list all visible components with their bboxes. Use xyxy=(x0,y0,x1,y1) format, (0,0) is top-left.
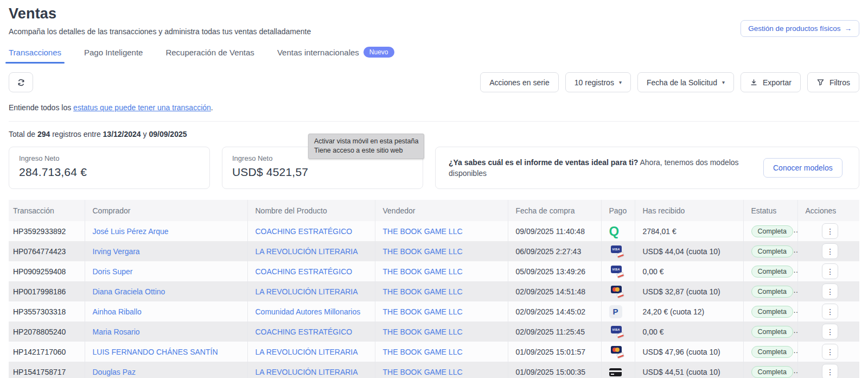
section-divider xyxy=(9,121,859,122)
seller-link[interactable]: THE BOOK GAME LLC xyxy=(383,348,463,356)
visa-card-icon: VISA xyxy=(609,266,624,278)
tab-label: Pago Inteligente xyxy=(84,48,143,57)
column-header-vendedor: Vendedor xyxy=(375,200,508,221)
row-actions-button[interactable]: ⋮ xyxy=(822,324,838,339)
payment-method-cell-cell xyxy=(601,342,635,362)
ventas-page: Ventas Acompaña los detalles de las tran… xyxy=(0,0,868,378)
product-link-cell: LA REVOLUCIÓN LITERARIA xyxy=(247,241,375,261)
buyer-link[interactable]: Ainhoa Riballo xyxy=(93,307,142,316)
seller-link[interactable]: THE BOOK GAME LLC xyxy=(383,287,463,296)
buyer-link[interactable]: Diana Graciela Ottino xyxy=(93,287,165,296)
transaction-id: HP0017998186 xyxy=(9,281,85,301)
chevron-down-icon: ▾ xyxy=(722,79,725,85)
purchase-date: 02/09/2025 14:51:48 xyxy=(508,281,601,301)
payment-method-cell-cell: VISA xyxy=(601,241,635,261)
row-actions-button[interactable]: ⋮ xyxy=(822,263,838,279)
table-row: HP1541758717Douglas PazLA REVOLUCIÓN LIT… xyxy=(9,362,859,378)
know-models-button[interactable]: Conocer modelos xyxy=(763,158,843,178)
seller-link-cell: THE BOOK GAME LLC xyxy=(375,281,508,301)
refresh-button[interactable] xyxy=(9,72,33,92)
tab-label: Recuperación de Ventas xyxy=(165,48,254,57)
seller-link[interactable]: THE BOOK GAME LLC xyxy=(383,307,463,316)
seller-link-cell: THE BOOK GAME LLC xyxy=(375,322,508,342)
buyer-link[interactable]: LUIS FERNANDO CHÁNES SANTÍN xyxy=(93,348,218,356)
table-row: HP0764774423Irving VergaraLA REVOLUCIÓN … xyxy=(9,241,859,261)
product-link[interactable]: COACHING ESTRATÉGICO xyxy=(256,327,353,336)
chevron-down-icon: ▾ xyxy=(619,79,622,85)
product-link[interactable]: LA REVOLUCIÓN LITERARIA xyxy=(256,368,358,376)
product-link-cell: LA REVOLUCIÓN LITERARIA xyxy=(247,342,375,362)
records-per-page-select[interactable]: 10 registros ▾ xyxy=(565,72,631,92)
tab-pago-inteligente[interactable]: Pago Inteligente xyxy=(84,48,143,64)
tab-ventas-internacionales[interactable]: Ventas internacionales Nuevo xyxy=(277,47,394,64)
status-badge: Completa xyxy=(751,366,794,378)
table-header: TransacciónCompradorNombre del ProductoV… xyxy=(9,200,859,221)
product-link-cell: Comunidad Autores Millonarios xyxy=(247,301,375,322)
row-actions-button-cell: ⋮ xyxy=(797,322,859,342)
date-select-value: Fecha de la Solicitud xyxy=(647,78,717,87)
filter-funnel-icon xyxy=(816,78,825,86)
row-actions-button-cell: ⋮ xyxy=(797,221,859,241)
column-header-estatus: Estatus xyxy=(743,200,797,221)
seller-link-cell: THE BOOK GAME LLC xyxy=(375,221,508,241)
product-link[interactable]: LA REVOLUCIÓN LITERARIA xyxy=(256,247,358,256)
transaction-status-link[interactable]: estatus que puede tener una transacción xyxy=(73,103,211,112)
seller-link-cell: THE BOOK GAME LLC xyxy=(375,342,508,362)
row-actions-button[interactable]: ⋮ xyxy=(822,364,838,378)
seller-link[interactable]: THE BOOK GAME LLC xyxy=(383,247,463,256)
amount-received: USD$ 32,87 (cuota 10) xyxy=(635,281,743,301)
status-help-line: Entiende todos los estatus que puede ten… xyxy=(9,103,859,112)
buyer-link[interactable]: Irving Vergara xyxy=(93,247,140,256)
payment-method-cell-cell: Q xyxy=(601,221,635,241)
records-select-value: 10 registros xyxy=(575,78,614,87)
tab-bar: Transacciones Pago Inteligente Recuperac… xyxy=(9,47,859,64)
buyer-link[interactable]: Maria Rosario xyxy=(93,327,140,336)
table-row: HP3592933892José Luis Pérez ArqueCOACHIN… xyxy=(9,221,859,241)
column-header-acciones: Acciones xyxy=(797,200,859,221)
buyer-link[interactable]: José Luis Pérez Arque xyxy=(93,227,169,236)
buyer-link[interactable]: Douglas Paz xyxy=(93,368,136,376)
status-help-prefix: Entiende todos los xyxy=(9,103,73,112)
row-actions-button[interactable]: ⋮ xyxy=(822,223,838,239)
filters-button[interactable]: Filtros xyxy=(807,72,859,92)
bulk-actions-button[interactable]: Acciones en serie xyxy=(480,72,559,92)
product-link-cell: LA REVOLUCIÓN LITERARIA xyxy=(247,281,375,301)
purchase-date: 01/09/2025 15:00:35 xyxy=(508,362,601,378)
product-link[interactable]: LA REVOLUCIÓN LITERARIA xyxy=(256,287,358,296)
column-header-nombre-del-producto: Nombre del Producto xyxy=(247,200,375,221)
seller-link[interactable]: THE BOOK GAME LLC xyxy=(383,227,463,236)
purchase-date: 02/09/2025 11:25:45 xyxy=(508,322,601,342)
export-label: Exportar xyxy=(763,78,792,87)
buyer-link-cell: Maria Rosario xyxy=(85,322,247,342)
visa-card-icon: VISA xyxy=(609,245,624,257)
mastercard-icon xyxy=(609,346,624,358)
purchase-date: 02/09/2025 14:45:02 xyxy=(508,301,601,322)
product-link[interactable]: COACHING ESTRATÉGICO xyxy=(256,227,353,236)
export-button[interactable]: Exportar xyxy=(741,72,801,92)
seller-link[interactable]: THE BOOK GAME LLC xyxy=(383,267,463,276)
seller-link-cell: THE BOOK GAME LLC xyxy=(375,362,508,378)
row-actions-button[interactable]: ⋮ xyxy=(822,304,838,319)
row-actions-button-cell: ⋮ xyxy=(797,342,859,362)
buyer-link-cell: Douglas Paz xyxy=(85,362,247,378)
payment-method-cell-cell: VISA xyxy=(601,261,635,281)
row-actions-button[interactable]: ⋮ xyxy=(822,243,838,259)
row-actions-button[interactable]: ⋮ xyxy=(822,284,838,299)
buyer-link[interactable]: Doris Super xyxy=(93,267,133,276)
status-badge-cell: Completa xyxy=(743,281,797,301)
tab-label: Ventas internacionales xyxy=(277,48,359,57)
product-link[interactable]: Comunidad Autores Millonarios xyxy=(256,307,361,316)
row-actions-button[interactable]: ⋮ xyxy=(822,344,838,360)
seller-link[interactable]: THE BOOK GAME LLC xyxy=(383,368,463,376)
product-link[interactable]: COACHING ESTRATÉGICO xyxy=(256,267,353,276)
product-link[interactable]: LA REVOLUCIÓN LITERARIA xyxy=(256,348,358,356)
physical-products-button[interactable]: Gestión de productos físicos → xyxy=(741,20,859,37)
date-field-select[interactable]: Fecha de la Solicitud ▾ xyxy=(637,72,734,92)
summary-prefix: Total de xyxy=(9,130,37,138)
seller-link[interactable]: THE BOOK GAME LLC xyxy=(383,327,463,336)
tab-recuperacion-ventas[interactable]: Recuperación de Ventas xyxy=(165,48,254,64)
tab-transacciones[interactable]: Transacciones xyxy=(9,48,61,64)
amount-received: 24,20 € (cuota 12) xyxy=(635,301,743,322)
paypal-icon: P xyxy=(609,305,622,318)
tooltip-line-2: Tiene acceso a este sitio web xyxy=(314,146,418,155)
